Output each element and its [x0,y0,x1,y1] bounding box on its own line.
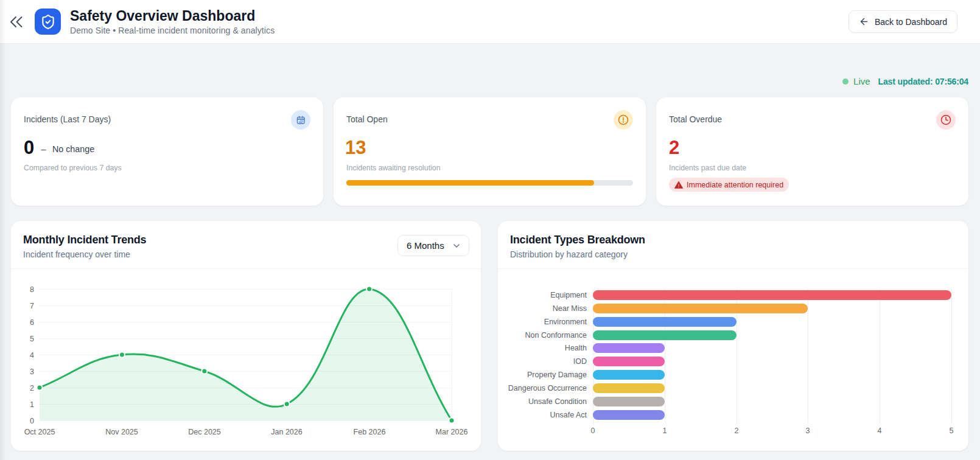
svg-text:4: 4 [30,351,34,360]
svg-text:Dangerous Occurrence: Dangerous Occurrence [508,384,587,392]
svg-text:7: 7 [30,302,34,310]
svg-text:5: 5 [30,335,34,343]
svg-text:5: 5 [950,427,954,435]
svg-text:Oct 2025: Oct 2025 [24,428,55,436]
svg-text:Nov 2025: Nov 2025 [105,428,138,436]
svg-text:Environment: Environment [544,318,587,326]
svg-text:2: 2 [735,427,739,435]
svg-text:Dec 2025: Dec 2025 [188,428,221,436]
svg-text:2: 2 [30,384,34,392]
svg-text:6: 6 [30,318,34,327]
svg-text:3: 3 [30,368,34,376]
svg-text:Unsafe Condition: Unsafe Condition [528,397,587,406]
svg-text:Non Conformance: Non Conformance [525,331,587,340]
svg-text:Equipment: Equipment [550,291,587,299]
svg-text:Property Damage: Property Damage [527,371,587,379]
svg-text:Jan 2026: Jan 2026 [271,428,302,436]
svg-text:Unsafe Act: Unsafe Act [550,411,587,419]
svg-text:0: 0 [30,417,34,425]
svg-text:Near Miss: Near Miss [553,304,587,313]
svg-text:3: 3 [806,427,810,435]
svg-text:1: 1 [663,427,667,435]
svg-text:Feb 2026: Feb 2026 [354,428,386,436]
svg-text:8: 8 [30,285,34,294]
svg-text:Mar 2026: Mar 2026 [436,428,468,436]
svg-text:IOD: IOD [573,357,587,366]
svg-text:1: 1 [30,400,34,409]
svg-text:4: 4 [878,427,882,435]
svg-text:Health: Health [565,344,587,352]
svg-text:0: 0 [591,427,595,435]
